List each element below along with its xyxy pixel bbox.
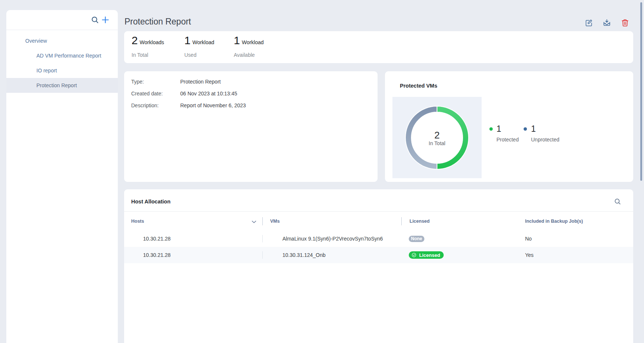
table-search-icon[interactable]: [614, 198, 621, 205]
edit-icon[interactable]: [585, 18, 593, 27]
column-header-included[interactable]: Included in Backup Job(s): [517, 212, 633, 231]
trash-icon[interactable]: [621, 18, 629, 27]
sidebar-header: [6, 10, 118, 30]
legend-label-unprotected: Unprotected: [531, 137, 559, 143]
table-row[interactable]: 10.30.21.28 10.30.31.124_Onb Licensed Ye…: [124, 247, 633, 263]
stat-unit: Workload: [242, 39, 264, 45]
detail-value: Protection Report: [180, 79, 221, 85]
check-circle-icon: [412, 253, 416, 257]
chevron-down-icon[interactable]: [252, 220, 256, 223]
column-header-licensed[interactable]: Licensed: [402, 212, 517, 231]
host-allocation-title: Host Allocation: [131, 199, 171, 205]
cell-included: Yes: [517, 247, 633, 263]
sidebar: Overview AD VM Performance Report IO rep…: [6, 10, 118, 343]
stat-unit: Workloads: [140, 39, 164, 45]
detail-label: Description:: [131, 102, 180, 108]
license-badge-licensed: Licensed: [409, 251, 444, 259]
column-header-label: Included in Backup Job(s): [525, 219, 583, 224]
license-badge-none: None: [409, 236, 424, 242]
host-allocation-card: Host Allocation Hosts VMs Licensed Inclu…: [124, 189, 633, 343]
column-header-label: Licensed: [410, 219, 430, 224]
detail-row-description: Description: Report of November 6, 2023: [131, 99, 378, 111]
donut-center-value: 2: [434, 130, 440, 141]
badge-label: None: [411, 236, 422, 241]
column-header-label: Hosts: [131, 219, 144, 224]
stat-value: 1: [234, 35, 240, 46]
legend-value-unprotected: 1: [531, 124, 536, 133]
stat-label: In Total: [132, 52, 164, 58]
search-icon[interactable]: [91, 16, 99, 24]
cell-licensed: Licensed: [402, 247, 517, 263]
detail-value: Report of November 6, 2023: [180, 102, 246, 108]
page-title: Protection Report: [124, 16, 191, 27]
column-header-vms[interactable]: VMs: [263, 212, 402, 231]
sidebar-item-ad-vm-performance-report[interactable]: AD VM Performance Report: [6, 48, 118, 63]
stat-value: 1: [184, 35, 191, 46]
protected-vms-donut-chart: 2 In Total: [392, 97, 482, 178]
stat-label: Available: [234, 52, 264, 58]
cell-vm: 10.30.31.124_Onb: [263, 247, 402, 263]
header-actions: [585, 18, 629, 27]
sidebar-item-protection-report[interactable]: Protection Report: [6, 78, 118, 93]
protected-vms-title: Protected VMs: [400, 83, 437, 89]
table-header: Hosts VMs Licensed Included in Backup Jo…: [124, 212, 633, 231]
table-row[interactable]: 10.30.21.28 AlmaLinux 9.1(Syn6)-P2Vrecov…: [124, 231, 633, 247]
column-header-hosts[interactable]: Hosts: [124, 212, 263, 231]
detail-label: Created date:: [131, 91, 180, 97]
column-header-label: VMs: [270, 219, 280, 224]
legend-dot-protected: [489, 127, 493, 131]
stat-used: 1 Workload Used: [184, 35, 214, 58]
workloads-summary-card: 2 Workloads In Total 1 Workload Used 1 W…: [124, 31, 633, 63]
legend-label-protected: Protected: [496, 137, 519, 143]
sidebar-item-io-report[interactable]: IO report: [6, 63, 118, 78]
stat-available: 1 Workload Available: [234, 35, 264, 58]
download-icon[interactable]: [603, 18, 611, 27]
legend-dot-unprotected: [524, 127, 527, 131]
detail-label: Type:: [131, 79, 180, 85]
protected-vms-card: Protected VMs 2 In Total 1 Protected 1 U…: [385, 71, 633, 182]
badge-label: Licensed: [419, 252, 440, 258]
cell-host: 10.30.21.28: [124, 231, 263, 247]
plus-icon[interactable]: [102, 16, 109, 23]
stat-label: Used: [184, 52, 214, 58]
report-list: Overview AD VM Performance Report IO rep…: [6, 33, 118, 93]
detail-value: 06 Nov 2023 at 10:13:45: [180, 91, 237, 97]
cell-licensed: None: [402, 231, 517, 247]
detail-row-type: Type: Protection Report: [131, 76, 378, 88]
report-details-card: Type: Protection Report Created date: 06…: [124, 71, 378, 182]
donut-center-label: In Total: [429, 140, 446, 146]
stat-value: 2: [132, 35, 138, 46]
scrollbar-thumb[interactable]: [640, 2, 642, 181]
table-body: 10.30.21.28 AlmaLinux 9.1(Syn6)-P2Vrecov…: [124, 231, 633, 263]
sidebar-item-overview[interactable]: Overview: [6, 33, 118, 48]
cell-vm: AlmaLinux 9.1(Syn6)-P2VrecovSyn7toSyn6: [263, 231, 402, 247]
cell-host: 10.30.21.28: [124, 247, 263, 263]
legend-value-protected: 1: [496, 124, 501, 133]
stat-unit: Workload: [192, 39, 214, 45]
stat-in-total: 2 Workloads In Total: [132, 35, 164, 58]
detail-row-created-date: Created date: 06 Nov 2023 at 10:13:45: [131, 88, 378, 99]
cell-included: No: [517, 231, 633, 247]
